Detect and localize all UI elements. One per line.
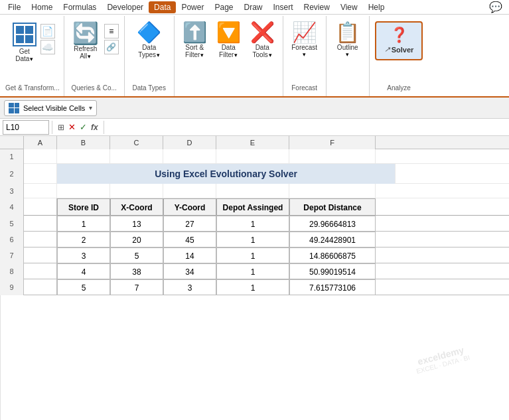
sort-filter-label: Sort &	[185, 44, 204, 51]
cell-c7[interactable]: 5	[110, 247, 163, 263]
cell-c5[interactable]: 13	[110, 216, 163, 232]
cell-a3[interactable]	[24, 184, 57, 198]
cell-a9[interactable]	[24, 279, 57, 295]
cell-b3[interactable]	[57, 184, 110, 198]
cell-b6[interactable]: 2	[57, 232, 110, 247]
menu-file[interactable]: File	[3, 1, 26, 13]
cell-b4-header[interactable]: Store ID	[57, 198, 110, 216]
cell-f1[interactable]	[289, 149, 376, 164]
forecast-icon: 📈	[292, 23, 317, 42]
row-header-spacer	[0, 136, 24, 149]
cell-e4-header[interactable]: Depot Assinged	[216, 198, 289, 216]
cell-d6[interactable]: 45	[163, 232, 216, 247]
cell-d3[interactable]	[163, 184, 216, 198]
cell-e7[interactable]: 1	[216, 247, 289, 263]
solver-button[interactable]: ❓ ↗ Solver	[375, 21, 423, 60]
menu-data[interactable]: Data	[149, 1, 176, 13]
cell-a6[interactable]	[24, 232, 57, 247]
cell-e3[interactable]	[216, 184, 289, 198]
forecast-button[interactable]: 📈 Forecast ▾	[289, 21, 320, 59]
cell-a2[interactable]	[24, 164, 57, 184]
cell-b9[interactable]: 5	[57, 279, 110, 295]
menu-power[interactable]: Power	[176, 1, 209, 13]
sort-filter-button[interactable]: ⬆️ Sort & Filter ▾	[180, 21, 210, 60]
forecast-label: Forecast	[291, 44, 317, 51]
select-visible-label: Select Visible Cells	[23, 104, 85, 112]
cell-b2-title[interactable]: Using Excel Evolutionary Solver	[57, 164, 396, 184]
cell-a7[interactable]	[24, 247, 57, 263]
data-tools-button[interactable]: ❌ Data Tools ▾	[248, 21, 277, 60]
menu-developer[interactable]: Developer	[102, 1, 149, 13]
cell-b8[interactable]: 4	[57, 263, 110, 279]
cell-e8[interactable]: 1	[216, 263, 289, 279]
cell-a4[interactable]	[24, 198, 57, 216]
select-visible-arrow[interactable]: ▾	[89, 104, 92, 111]
cell-e9[interactable]: 1	[216, 279, 289, 295]
name-box[interactable]	[3, 120, 49, 135]
menu-draw[interactable]: Draw	[238, 1, 267, 13]
queries-btn1[interactable]: ≡	[104, 24, 119, 38]
col-header-b: B	[57, 136, 110, 149]
menu-home[interactable]: Home	[26, 1, 58, 13]
confirm-formula-icon[interactable]: ✓	[80, 122, 87, 132]
cell-f5[interactable]: 29.96664813	[289, 216, 376, 232]
cell-c1[interactable]	[110, 149, 163, 164]
formula-input[interactable]	[107, 122, 506, 133]
menu-review[interactable]: Review	[299, 1, 335, 13]
queries-btn2[interactable]: 🔗	[104, 40, 119, 54]
expand-icon[interactable]: ⊞	[58, 123, 64, 132]
get-data-small-btn2[interactable]: ☁️	[40, 40, 55, 54]
cell-d7[interactable]: 14	[163, 247, 216, 263]
get-data-label: Get	[19, 48, 30, 55]
cell-c3[interactable]	[110, 184, 163, 198]
cell-d4-header[interactable]: Y-Coord	[163, 198, 216, 216]
table-row: 4 Store ID X-Coord Y-Coord Depot Assinge…	[0, 198, 509, 216]
table-row: 5 1 13 27 1 29.96664813	[0, 216, 509, 232]
cell-b5[interactable]: 1	[57, 216, 110, 232]
cell-c9[interactable]: 7	[110, 279, 163, 295]
cell-c4-header[interactable]: X-Coord	[110, 198, 163, 216]
get-data-arrow: ▾	[30, 56, 33, 62]
outline-button[interactable]: 📋 Outline ▾	[332, 21, 362, 59]
menu-page[interactable]: Page	[209, 1, 238, 13]
row-num-8: 8	[0, 263, 24, 279]
cell-f7[interactable]: 14.86606875	[289, 247, 376, 263]
menu-insert[interactable]: Insert	[268, 1, 299, 13]
cell-b1[interactable]	[57, 149, 110, 164]
col-header-a: A	[24, 136, 57, 149]
chat-icon[interactable]: 💬	[485, 1, 506, 13]
cell-c6[interactable]: 20	[110, 232, 163, 247]
cancel-formula-icon[interactable]: ✕	[68, 122, 76, 132]
row-num-9: 9	[0, 279, 24, 295]
menu-help[interactable]: Help	[363, 1, 390, 13]
cell-b7[interactable]: 3	[57, 247, 110, 263]
data-filter-icon: 🔽	[216, 23, 241, 42]
get-data-button[interactable]: Get Data ▾	[10, 21, 39, 64]
get-data-small-btn1[interactable]: 📄	[40, 24, 55, 38]
select-visible-cells-button[interactable]: Select Visible Cells ▾	[4, 100, 97, 116]
data-types-button[interactable]: 🔷 Data Types ▾	[134, 21, 164, 60]
function-icon[interactable]: fx	[91, 123, 98, 132]
data-filter-button[interactable]: 🔽 Data Filter ▾	[214, 21, 244, 60]
cell-f6[interactable]: 49.24428901	[289, 232, 376, 247]
cell-e1[interactable]	[216, 149, 289, 164]
cell-d5[interactable]: 27	[163, 216, 216, 232]
cell-d8[interactable]: 34	[163, 263, 216, 279]
menu-view[interactable]: View	[335, 1, 363, 13]
cell-d1[interactable]	[163, 149, 216, 164]
cell-e6[interactable]: 1	[216, 232, 289, 247]
cell-a8[interactable]	[24, 263, 57, 279]
cell-f8[interactable]: 50.99019514	[289, 263, 376, 279]
refresh-all-button[interactable]: 🔄 Refresh All ▾	[70, 21, 102, 61]
cell-a5[interactable]	[24, 216, 57, 232]
formula-separator2	[104, 121, 104, 134]
cell-f3[interactable]	[289, 184, 376, 198]
cell-a1[interactable]	[24, 149, 57, 164]
cell-c8[interactable]: 38	[110, 263, 163, 279]
cell-d9[interactable]: 3	[163, 279, 216, 295]
cell-f9[interactable]: 7.615773106	[289, 279, 376, 295]
sort-filter-label2: Filter	[185, 51, 200, 58]
menu-formulas[interactable]: Formulas	[58, 1, 102, 13]
cell-e5[interactable]: 1	[216, 216, 289, 232]
cell-f4-header[interactable]: Depot Distance	[289, 198, 376, 216]
